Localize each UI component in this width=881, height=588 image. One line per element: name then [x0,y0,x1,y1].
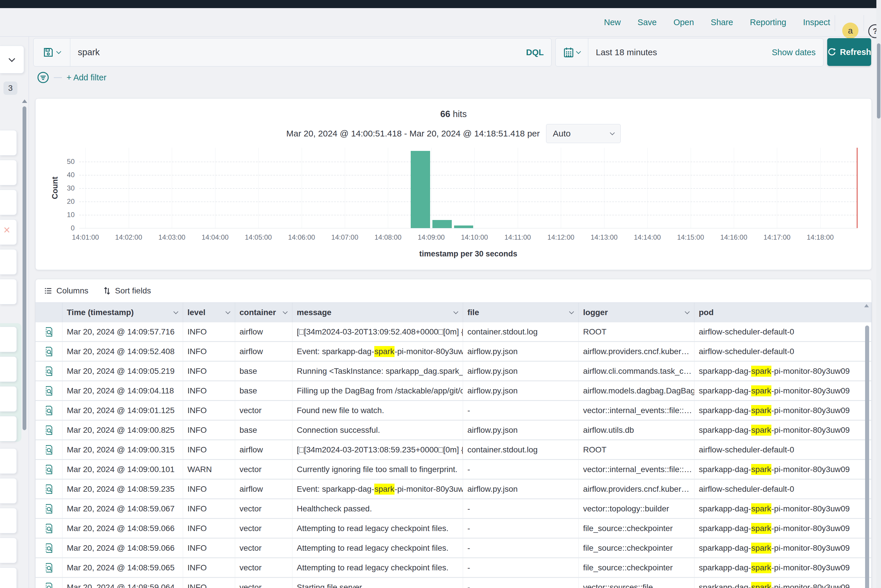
column-header-level[interactable]: level [183,303,235,322]
chevron-down-icon [576,49,581,54]
selected-fields-count-badge: 3 [3,81,17,95]
sidebar-field-item[interactable] [0,478,17,504]
column-header-pod[interactable]: pod [695,303,872,322]
table-row: Mar 20, 2024 @ 14:08:59.235INFOairflowEv… [36,480,872,499]
cell-file: container.stdout.log [463,322,579,341]
saved-query-menu-button[interactable] [33,39,70,66]
columns-button[interactable]: Columns [44,286,88,296]
x-tick-label: 14:10:00 [461,233,488,242]
column-header-file[interactable]: file [463,303,579,322]
sidebar-field-item[interactable] [0,357,17,382]
expand-document-button[interactable] [36,460,63,479]
expand-document-button[interactable] [36,381,63,400]
table-row: Mar 20, 2024 @ 14:08:59.066INFOvectorAtt… [36,519,872,538]
sidebar-field-item[interactable] [0,279,17,304]
search-highlight: spark [751,582,771,588]
histogram-bar[interactable] [432,220,452,228]
sidebar-field-item[interactable] [0,538,17,563]
x-gridline [302,148,302,228]
cell-pod: sparkapp-dag-spark-pi-monitor-80y3uw09 [695,421,872,440]
interval-value: Auto [553,129,571,138]
sidebar-scroll-up-arrow[interactable] [22,99,27,103]
x-tick-label: 14:15:00 [677,233,704,242]
column-header-message[interactable]: message [292,303,463,322]
expand-document-button[interactable] [36,342,63,361]
sort-arrows-icon [103,286,111,295]
sidebar-field-item[interactable] [0,386,17,412]
cell-file: container.stdout.log [463,440,579,459]
table-row: Mar 20, 2024 @ 14:09:00.825INFObaseConne… [36,421,872,440]
table-row: Mar 20, 2024 @ 14:08:59.065INFOvectorAtt… [36,558,872,578]
expand-document-button[interactable] [36,401,63,420]
column-header-logger[interactable]: logger [579,303,695,322]
cell-pod: sparkapp-dag-spark-pi-monitor-80y3uw09 [695,558,872,577]
sidebar-field-item[interactable] [0,249,17,274]
top-nav-item-reporting[interactable]: Reporting [750,18,786,27]
cell-container: airflow [235,480,292,498]
expand-document-button[interactable] [36,322,63,341]
cell-level: INFO [183,519,235,538]
search-highlight: spark [751,405,771,416]
y-gridline [79,201,857,202]
expand-document-button[interactable] [36,538,63,557]
sort-fields-button-label: Sort fields [115,286,151,296]
cell-logger: airflow.providers.cncf.kuber… [579,480,695,498]
date-picker-quick-menu-button[interactable] [556,39,588,66]
top-nav-item-inspect[interactable]: Inspect [803,18,830,27]
sidebar-field-item[interactable] [0,448,17,474]
sidebar-field-item[interactable] [0,508,17,533]
query-bar: spark DQL [33,38,552,66]
inspect-document-icon [45,386,53,396]
x-gridline [258,148,259,228]
time-range-value[interactable]: Last 18 minutes [588,47,772,57]
cell-level: WARN [183,460,235,479]
sidebar-field-item[interactable] [0,567,17,588]
expand-document-button[interactable] [36,578,63,588]
sidebar-scrollbar[interactable] [23,106,26,430]
sidebar-field-item[interactable] [0,416,17,441]
window-scrollbar-thumb[interactable] [877,44,880,118]
column-header-time[interactable]: Time (timestamp) [63,303,183,322]
sidebar-field-item[interactable] [0,190,17,215]
x-gridline [129,148,129,228]
sort-fields-button[interactable]: Sort fields [103,286,151,296]
top-nav-item-save[interactable]: Save [637,18,657,27]
sidebar-field-item[interactable] [0,160,17,185]
expand-document-button[interactable] [36,499,63,518]
x-tick-label: 14:17:00 [764,233,791,242]
refresh-label: Refresh [840,47,871,57]
interval-select[interactable]: Auto [546,124,621,143]
add-filter-button[interactable]: + Add filter [66,73,107,82]
table-scroll-up-arrow[interactable] [864,304,869,307]
show-dates-button[interactable]: Show dates [772,48,823,57]
filter-icon[interactable] [37,71,49,84]
cell-time: Mar 20, 2024 @ 14:09:00.825 [63,421,183,440]
sidebar-field-item[interactable] [0,130,17,156]
query-language-button[interactable]: DQL [526,48,551,57]
expand-document-button[interactable] [36,558,63,577]
expand-document-button[interactable] [36,440,63,459]
column-header-container[interactable]: container [235,303,292,322]
cell-container: base [235,362,292,380]
sidebar-field-item[interactable] [0,327,17,352]
search-query-input[interactable]: spark [70,47,526,57]
histogram-bar[interactable] [454,225,474,228]
x-gridline [691,148,691,228]
table-header-row: Time (timestamp)levelcontainermessagefil… [36,302,872,322]
histogram-bar[interactable] [411,151,430,228]
top-nav-item-new[interactable]: New [604,18,621,27]
column-header-label: pod [699,308,714,317]
expand-document-button[interactable] [36,519,63,538]
refresh-button[interactable]: Refresh [827,38,871,66]
expand-document-button[interactable] [36,362,63,380]
top-nav-item-share[interactable]: Share [711,18,733,27]
x-tick-label: 14:07:00 [331,233,358,242]
expand-document-button[interactable] [36,480,63,498]
cell-pod: sparkapp-dag-spark-pi-monitor-80y3uw09 [695,499,872,518]
remove-field-icon[interactable]: × [3,224,10,237]
sidebar-collapse-button[interactable] [0,46,24,74]
expand-document-button[interactable] [36,421,63,440]
column-header-label: level [188,308,205,317]
top-nav-item-open[interactable]: Open [674,18,694,27]
table-scrollbar[interactable] [865,326,869,588]
